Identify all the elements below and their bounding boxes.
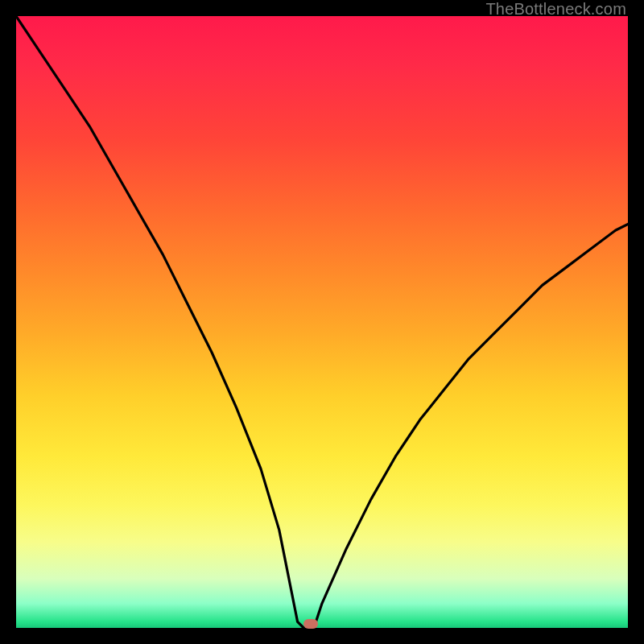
bottleneck-curve (16, 16, 628, 628)
watermark-text: TheBottleneck.com (485, 0, 626, 19)
chart-frame: TheBottleneck.com (0, 0, 644, 644)
optimum-marker (303, 619, 318, 629)
